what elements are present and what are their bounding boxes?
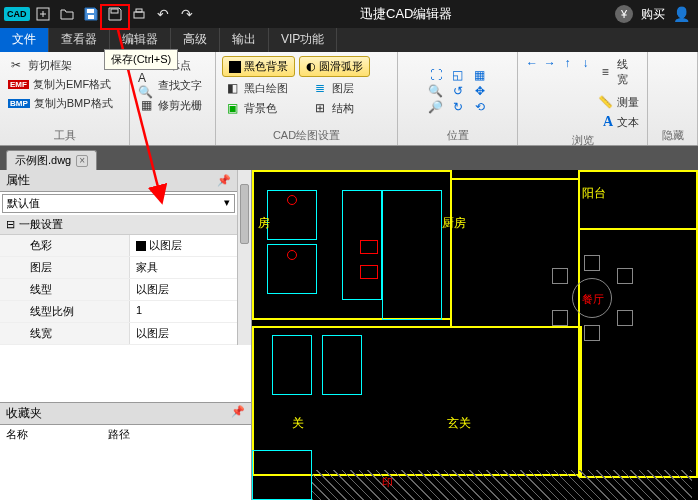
pin-icon[interactable]: 📌 bbox=[231, 405, 245, 422]
buy-link[interactable]: 购买 bbox=[641, 6, 665, 23]
tab-vip[interactable]: VIP功能 bbox=[269, 28, 337, 52]
zoom-icon[interactable]: 🔍 bbox=[428, 84, 444, 98]
category-select[interactable]: 默认值▾ bbox=[2, 194, 235, 213]
pin-icon[interactable]: 📌 bbox=[217, 174, 231, 187]
collapse-icon: ⊟ bbox=[6, 218, 15, 231]
currency-icon[interactable]: ¥ bbox=[615, 5, 633, 23]
text-a-icon: A bbox=[603, 114, 613, 130]
document-tab-label: 示例图.dwg bbox=[15, 153, 71, 168]
smooth-arc-button[interactable]: ◐圆滑弧形 bbox=[299, 56, 370, 77]
orbit-icon[interactable]: ⟲ bbox=[472, 100, 488, 114]
svg-rect-5 bbox=[88, 15, 94, 19]
tab-advanced[interactable]: 高级 bbox=[171, 28, 220, 52]
arrow-right-icon[interactable]: → bbox=[542, 56, 558, 70]
user-icon[interactable]: 👤 bbox=[673, 6, 690, 22]
text-button[interactable]: A文本 bbox=[524, 113, 641, 131]
fav-col-name: 名称 bbox=[6, 427, 28, 442]
copy-emf-button[interactable]: EMF复制为EMF格式 bbox=[6, 76, 123, 93]
prop-row-lineweight: 线宽以图层 bbox=[0, 323, 237, 345]
favorites-title: 收藏夹 bbox=[6, 405, 42, 422]
trim-raster-button[interactable]: ▦修剪光栅 bbox=[136, 96, 209, 114]
rotate-left-icon[interactable]: ↺ bbox=[450, 84, 466, 98]
fit-icon[interactable]: ⛶ bbox=[428, 68, 444, 82]
rotate-right-icon[interactable]: ↻ bbox=[450, 100, 466, 114]
room-label-room: 房 bbox=[258, 215, 270, 232]
svg-rect-6 bbox=[111, 9, 118, 13]
group-hide-label: 隐藏 bbox=[654, 126, 691, 143]
prop-row-ltscale: 线型比例1 bbox=[0, 301, 237, 323]
open-icon[interactable] bbox=[56, 3, 78, 25]
bmp-icon: BMP bbox=[8, 99, 30, 108]
document-tab-bar: 示例图.dwg × bbox=[0, 146, 698, 170]
arrow-up-icon[interactable]: ↑ bbox=[560, 56, 576, 70]
room-label-entry: 玄关 bbox=[447, 415, 471, 432]
copy-bmp-button[interactable]: BMP复制为BMP格式 bbox=[6, 95, 123, 112]
save-tooltip: 保存(Ctrl+S) bbox=[104, 49, 178, 70]
grid-icon[interactable]: ▦ bbox=[472, 68, 488, 82]
arc-icon: ◐ bbox=[306, 60, 316, 73]
layers-icon: ≣ bbox=[312, 80, 328, 96]
scissors-icon: ✂ bbox=[8, 57, 24, 73]
arrow-down-icon[interactable]: ↓ bbox=[578, 56, 594, 70]
dropdown-icon: ▾ bbox=[224, 196, 230, 211]
prop-row-linetype: 线型以图层 bbox=[0, 279, 237, 301]
room-label-close: 关 bbox=[292, 415, 304, 432]
bw-icon: ◧ bbox=[224, 80, 240, 96]
prop-row-color: 色彩以图层 bbox=[0, 235, 237, 257]
undo-icon[interactable]: ↶ bbox=[152, 3, 174, 25]
properties-panel: 属性📌 默认值▾ ⊟一般设置 色彩以图层 图层家具 线型以图层 线型比例1 线宽… bbox=[0, 170, 252, 500]
group-position-label: 位置 bbox=[404, 126, 511, 143]
emf-icon: EMF bbox=[8, 80, 29, 89]
bw-draw-button[interactable]: ◧黑白绘图 bbox=[222, 79, 306, 97]
titlebar: CAD ↶ ↷ 迅捷CAD编辑器 ¥ 购买 👤 bbox=[0, 0, 698, 28]
palette-icon: ▣ bbox=[224, 100, 240, 116]
black-bg-button[interactable]: 黑色背景 bbox=[222, 56, 295, 77]
panel-title: 属性 bbox=[6, 172, 30, 189]
structure-button[interactable]: ⊞结构 bbox=[310, 99, 356, 117]
room-label-balcony: 阳台 bbox=[582, 185, 606, 202]
new-icon[interactable] bbox=[32, 3, 54, 25]
svg-rect-8 bbox=[136, 9, 142, 12]
tab-file[interactable]: 文件 bbox=[0, 28, 49, 52]
pan-icon[interactable]: ✥ bbox=[472, 84, 488, 98]
search-a-icon: A🔍 bbox=[138, 77, 154, 93]
app-title: 迅捷CAD编辑器 bbox=[198, 5, 616, 23]
svg-rect-7 bbox=[134, 12, 144, 18]
room-label-kitchen: 厨房 bbox=[442, 215, 466, 232]
group-browse-label: 浏览 bbox=[524, 131, 641, 148]
tree-icon: ⊞ bbox=[312, 100, 328, 116]
extents-icon[interactable]: ◱ bbox=[450, 68, 466, 82]
find-text-button[interactable]: A🔍查找文字 bbox=[136, 76, 209, 94]
drawing-canvas[interactable]: 阳台 厨房 餐厅 玄关 关 房 印 bbox=[252, 170, 698, 500]
room-label-dining: 餐厅 bbox=[582, 292, 604, 307]
svg-rect-4 bbox=[87, 9, 94, 13]
tab-output[interactable]: 输出 bbox=[220, 28, 269, 52]
black-square-icon bbox=[229, 61, 241, 73]
lineweight-button[interactable]: ≡线宽 bbox=[595, 56, 641, 88]
layers-button[interactable]: ≣图层 bbox=[310, 79, 356, 97]
arrow-left-icon[interactable]: ← bbox=[524, 56, 540, 70]
properties-scrollbar[interactable] bbox=[237, 170, 251, 345]
saveas-icon[interactable] bbox=[104, 3, 126, 25]
close-tab-icon[interactable]: × bbox=[76, 155, 88, 167]
trim-icon: ▦ bbox=[138, 97, 154, 113]
prop-row-layer: 图层家具 bbox=[0, 257, 237, 279]
group-tools-label: 工具 bbox=[6, 126, 123, 143]
measure-button[interactable]: 📏测量 bbox=[524, 93, 641, 111]
property-category[interactable]: ⊟一般设置 bbox=[0, 215, 237, 235]
print-icon[interactable] bbox=[128, 3, 150, 25]
fav-col-path: 路径 bbox=[108, 427, 130, 442]
group-cad-label: CAD绘图设置 bbox=[222, 126, 391, 143]
line-icon: ≡ bbox=[597, 64, 613, 80]
redo-icon[interactable]: ↷ bbox=[176, 3, 198, 25]
save-icon[interactable] bbox=[80, 3, 102, 25]
zoomout-icon[interactable]: 🔎 bbox=[428, 100, 444, 114]
document-tab[interactable]: 示例图.dwg × bbox=[6, 150, 97, 170]
ruler-icon: 📏 bbox=[597, 94, 613, 110]
app-logo-icon: CAD bbox=[4, 7, 30, 21]
tab-viewer[interactable]: 查看器 bbox=[49, 28, 110, 52]
bgcolor-button[interactable]: ▣背景色 bbox=[222, 99, 306, 117]
